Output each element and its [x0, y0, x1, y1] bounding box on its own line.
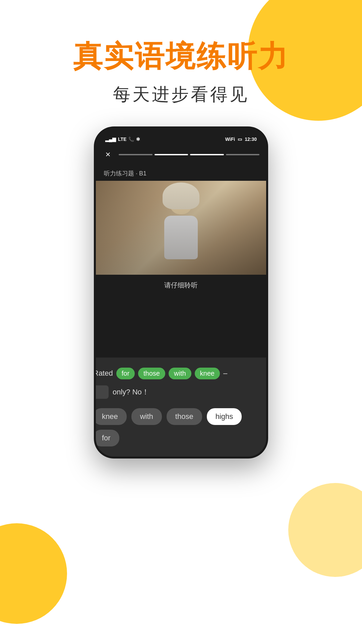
choice-those[interactable]: those	[167, 408, 202, 425]
choice-for[interactable]: for	[96, 430, 119, 446]
listen-prompt: 请仔细聆听	[96, 275, 266, 296]
choice-with[interactable]: with	[131, 408, 162, 425]
pill-for[interactable]: for	[116, 368, 135, 379]
title-section: 真实语境练听力 每天进步看得见	[73, 40, 289, 106]
phone-outer-frame: ▂▄▆ LTE 📞 ✻ WiFi ▭ 12:30	[94, 126, 268, 459]
status-right: WiFi ▭ 12:30	[225, 137, 257, 142]
bluetooth-icon: ✻	[136, 137, 140, 142]
battery-icon: ▭	[238, 137, 242, 142]
progress-bar	[119, 154, 259, 155]
phone-mockup: ▂▄▆ LTE 📞 ✻ WiFi ▭ 12:30	[60, 126, 302, 529]
page-content: 真实语境练听力 每天进步看得见 ▂▄▆ LTE 📞 ✻	[0, 0, 362, 644]
progress-seg-2	[155, 154, 188, 155]
pill-knee[interactable]: knee	[195, 368, 220, 379]
time-display: 12:30	[245, 137, 257, 142]
network-type: LTE	[118, 137, 126, 142]
wifi-icon: WiFi	[225, 137, 235, 142]
video-overlay	[96, 181, 266, 275]
sentence-line-2: only? No！	[96, 385, 266, 399]
dash-char: –	[223, 369, 227, 378]
blank-box[interactable]	[96, 385, 109, 399]
phone-inner-frame: ▂▄▆ LTE 📞 ✻ WiFi ▭ 12:30	[96, 128, 266, 457]
word-rated: Rated	[96, 369, 113, 378]
status-left: ▂▄▆ LTE 📞 ✻	[105, 137, 140, 142]
signal-icon: ▂▄▆	[105, 137, 116, 142]
answer-card: Rated for those with knee – only? No！	[96, 358, 266, 457]
sentence-line-1: Rated for those with knee –	[96, 368, 266, 379]
video-still	[96, 181, 266, 275]
video-area[interactable]	[96, 181, 266, 275]
choice-highs[interactable]: highs	[207, 408, 242, 425]
screen-content: ▂▄▆ LTE 📞 ✻ WiFi ▭ 12:30	[96, 128, 266, 457]
phone-notch	[154, 128, 208, 138]
sub-title: 每天进步看得见	[73, 83, 289, 106]
top-bar: ×	[96, 145, 266, 164]
progress-seg-4	[226, 154, 260, 155]
choice-knee[interactable]: knee	[96, 408, 127, 425]
suffix-text: only? No！	[113, 387, 149, 397]
exercise-label: 听力练习题 · B1	[96, 164, 266, 181]
call-icon: 📞	[128, 137, 134, 142]
progress-seg-3	[190, 154, 224, 155]
pill-with[interactable]: with	[169, 368, 191, 379]
close-button[interactable]: ×	[103, 149, 113, 160]
main-title: 真实语境练听力	[73, 40, 289, 73]
pill-those[interactable]: those	[138, 368, 165, 379]
word-choices: knee with those highs for	[96, 408, 266, 446]
progress-seg-1	[119, 154, 153, 155]
